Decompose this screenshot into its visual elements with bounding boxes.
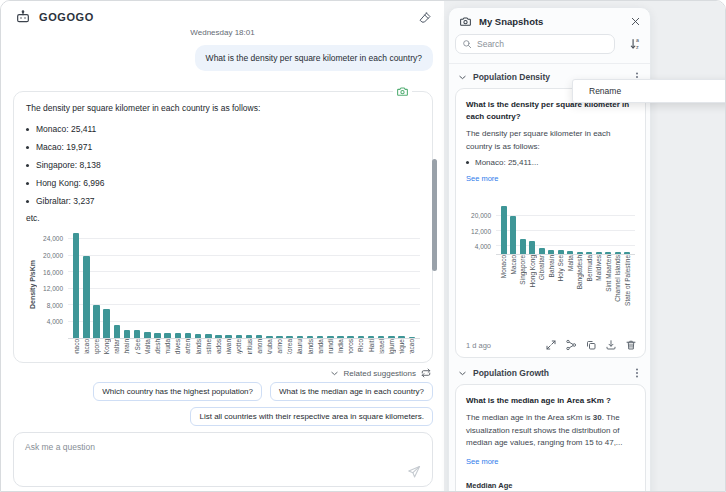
snapshot-camera-icon[interactable] <box>393 85 412 98</box>
svg-text:a: a <box>636 37 639 43</box>
nodes-icon[interactable] <box>565 339 577 351</box>
chat-header: GOGOGO <box>15 9 94 25</box>
bar-holy-see <box>558 250 564 254</box>
bar-haiti <box>368 336 375 338</box>
x-axis-label: San Marino <box>275 339 284 354</box>
x-axis-label: Martinique <box>397 339 406 354</box>
bar-bahrain <box>548 250 554 254</box>
bot-intro-text: The density per square kilometer in each… <box>26 102 420 114</box>
bar-macao <box>83 256 90 338</box>
list-item: Singapore: 8,138 <box>26 156 420 174</box>
eraser-icon[interactable] <box>418 11 434 27</box>
plot-area: MonacoMacaoSingaporeHong KongGibraltarBa… <box>496 199 635 331</box>
suggestion-chips-row: List all countries with their respective… <box>190 407 433 426</box>
bot-etc-text: etc. <box>26 212 420 224</box>
bar-macao <box>510 216 516 254</box>
refresh-icon[interactable] <box>421 368 431 378</box>
copy-icon[interactable] <box>585 339 597 351</box>
x-axis-label: Bangladesh <box>153 339 162 354</box>
x-axis-label: Burundi <box>326 339 335 354</box>
related-suggestions-toggle[interactable]: Related suggestions <box>330 368 432 378</box>
expand-icon[interactable] <box>545 339 557 351</box>
x-axis-label: Bangladesh <box>575 255 584 289</box>
chat-scrollbar[interactable] <box>432 159 437 271</box>
bar-barbados <box>215 335 222 338</box>
x-axis-label: Bermuda <box>163 339 172 354</box>
snapshot-footer: 1 d ago <box>466 339 637 351</box>
related-suggestions-label: Related suggestions <box>344 369 417 378</box>
plot-area: MonacoMacaoSingaporeHong KongGibraltarBa… <box>68 229 420 354</box>
list-item: Monaco: 25,411 <box>26 120 420 138</box>
x-axis-label: Holy See <box>556 255 565 281</box>
x-axis-label: Monaco <box>499 255 508 278</box>
snapshot-chart-title: Meddian Age <box>466 481 635 490</box>
bar-maldives <box>175 333 182 338</box>
x-axis-label: Hong Kong <box>528 255 537 288</box>
bar-singapore <box>93 305 100 338</box>
context-menu-item-rename[interactable]: Rename <box>573 80 726 102</box>
x-axis-label: Gibraltar <box>537 255 546 280</box>
snapshot-card-density[interactable]: What is the density per square kilometer… <box>455 88 646 358</box>
section-label: Population Density <box>473 72 550 82</box>
bullet-dot <box>466 161 469 164</box>
bar-state-of-palestine <box>205 334 212 338</box>
y-axis-ticks: 4,0008,00012,00016,00020,00024,000 <box>38 229 68 339</box>
y-axis-ticks: 4,00012,00020,000 <box>466 199 496 255</box>
y-axis-title: Density P/sKm <box>26 229 38 339</box>
bar-gibraltar <box>114 325 121 338</box>
question-input[interactable] <box>14 433 432 471</box>
see-more-link[interactable]: See more <box>466 174 499 183</box>
suggestion-chip[interactable]: List all countries with their respective… <box>190 407 433 426</box>
bar-gibraltar <box>539 248 545 254</box>
section-population-growth[interactable]: Population Growth <box>458 366 643 380</box>
bar-burundi <box>327 336 334 338</box>
bar-san-marino <box>276 336 283 338</box>
bar-mauritius <box>246 335 253 338</box>
bullet-text: Singapore: 8,138 <box>36 156 101 174</box>
snapshot-body: The median age in the Area sKm is 30. Th… <box>466 412 635 450</box>
bar-curacao <box>409 337 416 339</box>
snapshot-card-growth[interactable]: What is the median age in Area sKm ? The… <box>455 384 646 492</box>
see-more-link[interactable]: See more <box>466 457 499 466</box>
x-axis-label: Rwanda <box>316 339 325 354</box>
suggestion-chip[interactable]: What is the median age in each country? <box>270 382 433 401</box>
x-axis-label: Singapore <box>92 339 101 354</box>
x-axis-label: Maldives <box>173 339 182 354</box>
x-axis-label: Mayotte <box>234 339 243 354</box>
send-icon[interactable] <box>407 465 421 479</box>
x-axis-label: Singapore <box>518 255 527 285</box>
x-axis-label: Mauritius <box>245 339 254 354</box>
app-window: GOGOGO Wednesday 18:01 What is the densi… <box>0 0 726 492</box>
bar-hong-kong <box>529 241 535 254</box>
bullet-dot <box>26 128 29 131</box>
trash-icon[interactable] <box>625 339 637 351</box>
snapshots-header: My Snapshots <box>459 15 543 28</box>
x-axis-labels: MonacoMacaoSingaporeHong KongGibraltarBa… <box>496 255 635 331</box>
close-icon[interactable] <box>630 16 641 27</box>
bar-rwanda <box>317 336 324 338</box>
x-axis-label: Bahrain <box>547 255 556 277</box>
x-axis-label: Puerto Rico <box>356 339 365 354</box>
x-axis-label: Curacao <box>407 339 416 354</box>
snapshot-question: What is the median age in Area sKm ? <box>466 395 635 407</box>
suggestion-chip[interactable]: Which country has the highest population… <box>93 382 262 401</box>
snapshots-title: My Snapshots <box>479 16 543 27</box>
x-axis-label: Bahrain <box>122 339 131 354</box>
kebab-menu-icon[interactable] <box>631 366 643 380</box>
bullet-dot <box>26 200 29 203</box>
y-tick-label: 16,000 <box>43 269 63 277</box>
divider <box>449 63 650 64</box>
bar-netherlands <box>307 336 314 338</box>
y-tick-label: 24,000 <box>43 235 63 243</box>
x-axis-label: Holy See <box>133 339 142 354</box>
bar-bahrain <box>124 330 131 339</box>
download-icon[interactable] <box>605 339 617 351</box>
x-axis-label: Taiwan <box>224 339 233 354</box>
sort-icon[interactable]: a z <box>629 37 643 51</box>
bar-comoros <box>347 336 354 338</box>
bar-sint-maarten <box>185 333 192 338</box>
section-label: Population Growth <box>473 368 549 378</box>
search-input[interactable] <box>477 39 608 49</box>
bot-response-card: The density per square kilometer in each… <box>13 91 433 363</box>
y-tick-label: 4,000 <box>475 243 491 251</box>
